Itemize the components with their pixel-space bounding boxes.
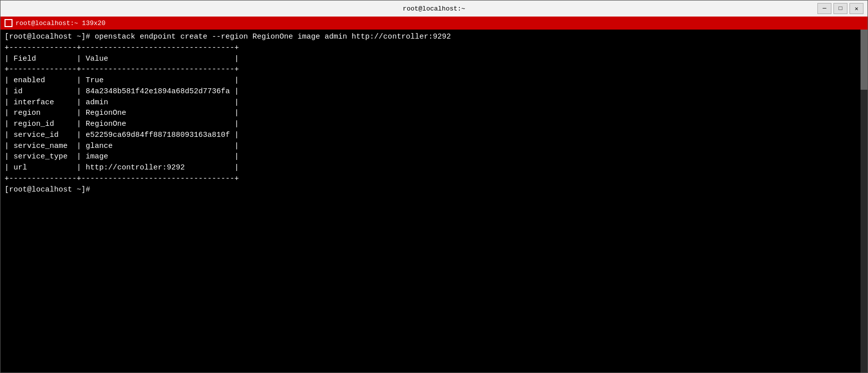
terminal-window: root@localhost:~ — □ ✕ root@localhost:~ … — [0, 0, 868, 373]
terminal-line: [root@localhost ~]# — [5, 184, 863, 196]
tab-title: root@localhost:~ 139x20 — [16, 20, 105, 27]
terminal-line: +---------------+-----------------------… — [5, 43, 863, 54]
terminal-line: | service_type | image | — [5, 151, 863, 162]
terminal-output: [root@localhost ~]# openstack endpoint c… — [5, 32, 863, 195]
terminal-line: | service_name | glance | — [5, 141, 863, 152]
title-bar: root@localhost:~ — □ ✕ — [1, 1, 867, 17]
terminal-line: +---------------+-----------------------… — [5, 173, 863, 184]
terminal-line: | Field | Value | — [5, 54, 863, 65]
tab-bar: root@localhost:~ 139x20 — [1, 17, 867, 30]
terminal-line: | service_id | e52259ca69d84ff8871880931… — [5, 130, 863, 141]
terminal-line: | region | RegionOne | — [5, 108, 863, 119]
terminal-line: | enabled | True | — [5, 75, 863, 86]
tab-icon — [5, 19, 13, 27]
scrollbar[interactable] — [860, 30, 867, 372]
terminal-line: | region_id | RegionOne | — [5, 119, 863, 130]
maximize-button[interactable]: □ — [833, 3, 847, 14]
minimize-button[interactable]: — — [817, 3, 831, 14]
terminal-line: [root@localhost ~]# openstack endpoint c… — [5, 32, 863, 43]
terminal-body[interactable]: [root@localhost ~]# openstack endpoint c… — [1, 30, 867, 372]
scrollbar-thumb[interactable] — [860, 30, 867, 90]
window-title: root@localhost:~ — [403, 5, 465, 13]
terminal-line: | interface | admin | — [5, 97, 863, 108]
window-controls: — □ ✕ — [817, 3, 863, 14]
terminal-line: | url | http://controller:9292 | — [5, 162, 863, 173]
terminal-line: | id | 84a2348b581f42e1894a68d52d7736fa … — [5, 86, 863, 97]
close-button[interactable]: ✕ — [849, 3, 863, 14]
terminal-line: +---------------+-----------------------… — [5, 64, 863, 75]
